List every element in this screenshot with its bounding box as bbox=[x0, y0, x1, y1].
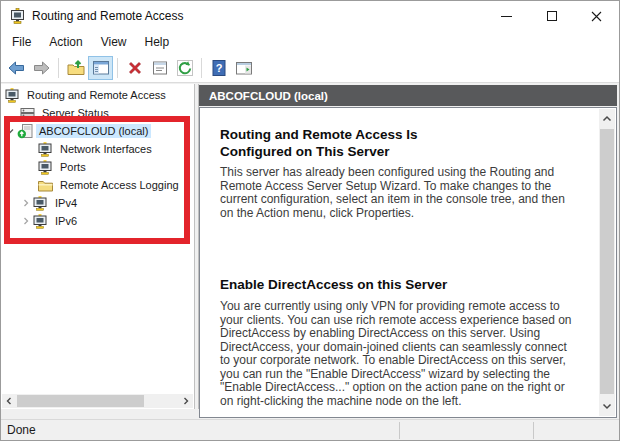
scroll-left-icon[interactable] bbox=[2, 394, 16, 408]
help-icon[interactable]: ? bbox=[206, 56, 231, 80]
svg-text:?: ? bbox=[215, 62, 222, 74]
details-pane: ABCOFCLOUD (local) Routing and Remote Ac… bbox=[199, 85, 617, 418]
toolbar-separator bbox=[117, 58, 118, 78]
console-tree-pane: Routing and Remote Access Server Status bbox=[1, 84, 194, 409]
tree-item-remote-access-logging[interactable]: Remote Access Logging bbox=[37, 176, 182, 194]
tree-item-ports[interactable]: Ports bbox=[37, 158, 89, 176]
properties-icon[interactable] bbox=[147, 56, 172, 80]
toolbar: ? bbox=[1, 53, 619, 83]
tree-item-network-interfaces[interactable]: Network Interfaces bbox=[37, 140, 155, 158]
tree-item-label-selected[interactable]: ABCOFCLOUD (local) bbox=[36, 124, 151, 138]
tree-item-label[interactable]: IPv6 bbox=[52, 214, 80, 228]
toolbar-separator bbox=[201, 58, 202, 78]
chevron-collapsed-icon[interactable] bbox=[20, 198, 32, 208]
tree-item-label[interactable]: IPv4 bbox=[52, 196, 80, 210]
app-monitor-icon bbox=[10, 8, 26, 24]
rras-monitor-icon bbox=[32, 196, 49, 211]
title-bar: Routing and Remote Access bbox=[1, 1, 619, 31]
folder-icon bbox=[37, 179, 54, 192]
details-pane-title: ABCOFCLOUD (local) bbox=[209, 90, 328, 102]
details-pane-header: ABCOFCLOUD (local) bbox=[199, 85, 617, 106]
delete-icon[interactable] bbox=[122, 56, 147, 80]
tree-item-ipv6[interactable]: IPv6 bbox=[20, 212, 80, 230]
menu-help[interactable]: Help bbox=[136, 32, 179, 52]
tree-item-routing-remote-access[interactable]: Routing and Remote Access bbox=[4, 86, 169, 104]
menu-bar: File Action View Help bbox=[1, 31, 619, 53]
details-vertical-scrollbar[interactable] bbox=[599, 109, 615, 416]
minimize-icon[interactable] bbox=[484, 1, 529, 31]
status-separator bbox=[533, 422, 534, 439]
details-pane-content: Routing and Remote Access Is Configured … bbox=[199, 107, 617, 418]
console-workspace: Routing and Remote Access Server Status bbox=[1, 83, 619, 419]
tree-item-server-status[interactable]: Server Status bbox=[19, 104, 112, 122]
rras-monitor-icon bbox=[37, 142, 54, 157]
scroll-right-icon[interactable] bbox=[179, 394, 193, 408]
status-bar: Done bbox=[1, 419, 619, 440]
tree-item-label[interactable]: Remote Access Logging bbox=[57, 178, 182, 192]
window-title: Routing and Remote Access bbox=[32, 9, 183, 23]
menu-view[interactable]: View bbox=[92, 32, 136, 52]
scroll-up-icon[interactable] bbox=[599, 111, 615, 127]
tree-item-ipv4[interactable]: IPv4 bbox=[20, 194, 80, 212]
scrollbar-thumb[interactable] bbox=[600, 129, 614, 394]
section-body-directaccess: You are currently using only VPN for pro… bbox=[220, 300, 578, 408]
tree-item-label[interactable]: Ports bbox=[57, 160, 89, 174]
section-body-configured: This server has already been configured … bbox=[220, 166, 578, 220]
up-one-level-icon[interactable] bbox=[63, 56, 88, 80]
chevron-collapsed-icon[interactable] bbox=[20, 216, 32, 226]
menu-action[interactable]: Action bbox=[40, 32, 91, 52]
window-controls bbox=[484, 1, 619, 31]
show-console-tree-icon[interactable] bbox=[88, 56, 113, 80]
section-heading-directaccess: Enable DirectAccess on this Server bbox=[220, 277, 560, 294]
back-icon[interactable] bbox=[4, 56, 29, 80]
maximize-icon[interactable] bbox=[529, 1, 574, 31]
tree-horizontal-scrollbar[interactable] bbox=[2, 394, 193, 408]
menu-file[interactable]: File bbox=[3, 32, 40, 52]
server-green-arrow-icon bbox=[16, 124, 33, 139]
rras-monitor-icon bbox=[32, 214, 49, 229]
scrollbar-thumb[interactable] bbox=[17, 395, 144, 407]
rras-monitor-icon bbox=[37, 160, 54, 175]
toolbar-separator bbox=[58, 58, 59, 78]
refresh-icon[interactable] bbox=[172, 56, 197, 80]
action-pane-icon[interactable] bbox=[231, 56, 256, 80]
status-text: Done bbox=[7, 423, 36, 437]
rras-monitor-icon bbox=[4, 88, 21, 103]
rras-console-window: Routing and Remote Access File Action Vi… bbox=[0, 0, 620, 441]
close-icon[interactable] bbox=[574, 1, 619, 31]
tree-item-abcofcloud-local[interactable]: ABCOFCLOUD (local) bbox=[4, 122, 151, 140]
server-status-icon bbox=[19, 106, 36, 120]
tree-item-label[interactable]: Network Interfaces bbox=[57, 142, 155, 156]
forward-icon[interactable] bbox=[29, 56, 54, 80]
section-heading-configured: Routing and Remote Access Is Configured … bbox=[220, 127, 465, 160]
tree-item-label[interactable]: Server Status bbox=[39, 106, 112, 120]
tree-item-label[interactable]: Routing and Remote Access bbox=[24, 88, 169, 102]
chevron-expanded-icon[interactable] bbox=[4, 126, 16, 136]
status-separator bbox=[399, 422, 400, 439]
scroll-down-icon[interactable] bbox=[599, 398, 615, 414]
